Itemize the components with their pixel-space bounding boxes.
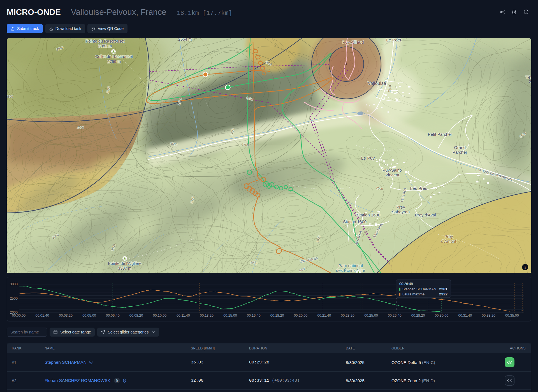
svg-text:3307 m: 3307 m — [118, 266, 131, 270]
svg-text:00:23:20: 00:23:20 — [341, 314, 354, 318]
svg-text:Puy-Saint-: Puy-Saint- — [382, 168, 402, 172]
svg-text:Pointe du Rascrouset: Pointe du Rascrouset — [86, 39, 125, 43]
svg-text:00:33:20: 00:33:20 — [482, 314, 495, 318]
svg-text:2500: 2500 — [7, 95, 13, 98]
svg-text:Collet de Rascrouset: Collet de Rascrouset — [95, 54, 133, 59]
svg-text:Le Puy: Le Puy — [361, 156, 375, 160]
svg-text:Sabeyran: Sabeyran — [392, 209, 410, 214]
svg-text:00:06:40: 00:06:40 — [106, 314, 120, 318]
svg-text:Vallouise: Vallouise — [368, 81, 386, 86]
svg-text:Prey: Prey — [396, 205, 405, 209]
svg-text:Prey d'Aval: Prey d'Aval — [415, 213, 436, 217]
svg-text:Station 1800: Station 1800 — [343, 219, 367, 224]
svg-text:2554 m: 2554 m — [178, 38, 192, 41]
svg-text:00:21:40: 00:21:40 — [317, 314, 331, 318]
svg-text:00:03:20: 00:03:20 — [59, 314, 73, 318]
svg-text:269: 269 — [529, 79, 531, 84]
svg-text:Grand: Grand — [454, 145, 466, 150]
svg-text:Pointe de l'Aiglière: Pointe de l'Aiglière — [108, 261, 142, 266]
svg-text:00:25:00: 00:25:00 — [364, 314, 378, 318]
svg-text:Laura maxime: Laura maxime — [402, 292, 425, 296]
svg-text:2322: 2322 — [439, 292, 447, 296]
svg-text:3082 m: 3082 m — [98, 44, 112, 48]
svg-text:00:26:40: 00:26:40 — [388, 314, 402, 318]
svg-text:00:10:00: 00:10:00 — [153, 314, 167, 318]
svg-text:Préy: Préy — [444, 234, 453, 239]
svg-text:Petit Parcher: Petit Parcher — [428, 132, 452, 137]
svg-text:2000: 2000 — [77, 125, 84, 129]
svg-text:00:11:40: 00:11:40 — [177, 314, 190, 318]
svg-text:00:30:00: 00:30:00 — [435, 314, 449, 318]
svg-text:00:28:20: 00:28:20 — [411, 314, 425, 318]
svg-text:2500: 2500 — [10, 297, 18, 300]
svg-text:00:26:49: 00:26:49 — [399, 282, 413, 286]
svg-text:Parc national: Parc national — [338, 263, 363, 268]
svg-text:3000: 3000 — [10, 282, 18, 286]
svg-text:00:18:20: 00:18:20 — [270, 314, 284, 318]
svg-text:Les Prés: Les Prés — [410, 186, 427, 191]
svg-text:2799 m: 2799 m — [107, 59, 121, 64]
svg-text:2281: 2281 — [439, 287, 448, 291]
svg-text:Parcher: Parcher — [453, 150, 467, 155]
svg-text:d'Amont: d'Amont — [441, 239, 456, 244]
svg-text:00:13:20: 00:13:20 — [200, 314, 214, 318]
svg-text:00:31:40: 00:31:40 — [458, 314, 472, 318]
svg-text:00:01:40: 00:01:40 — [35, 314, 49, 318]
svg-text:00:16:40: 00:16:40 — [247, 314, 261, 318]
svg-text:des Écrins (aire: des Écrins (aire — [336, 268, 365, 273]
svg-text:Vincent: Vincent — [385, 172, 400, 177]
svg-text:00:20:00: 00:20:00 — [294, 314, 308, 318]
svg-text:Puy Aillaud: Puy Aillaud — [342, 40, 364, 45]
svg-text:00:00:00: 00:00:00 — [12, 314, 26, 318]
svg-text:00:05:00: 00:05:00 — [82, 314, 96, 318]
svg-text:i: i — [525, 265, 526, 269]
svg-text:Station 1600: Station 1600 — [357, 213, 380, 217]
svg-text:Stephen SCHAPMAN: Stephen SCHAPMAN — [402, 287, 436, 291]
svg-text:00:15:00: 00:15:00 — [223, 314, 237, 318]
svg-text:00:35:00: 00:35:00 — [505, 314, 519, 318]
svg-text:Le Poët: Le Poët — [386, 38, 401, 42]
svg-text:00:08:20: 00:08:20 — [129, 314, 143, 318]
svg-text:Tête: Tête — [526, 75, 531, 80]
